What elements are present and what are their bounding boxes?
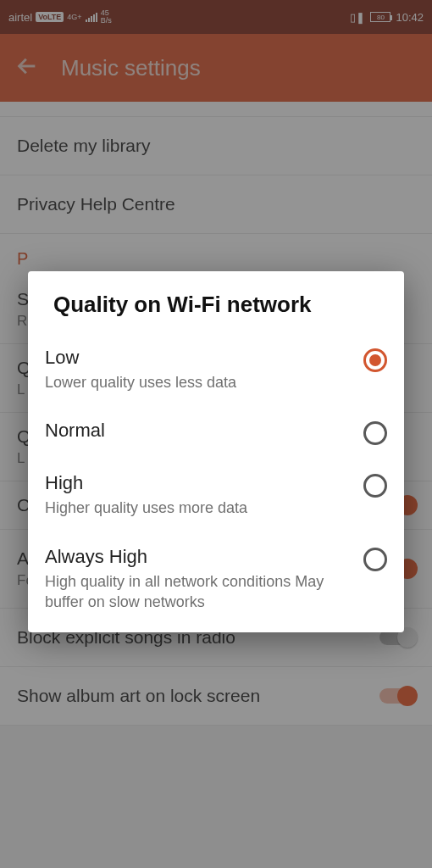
dialog-title: Quality on Wi-Fi network xyxy=(53,292,379,318)
option-label: High xyxy=(45,472,352,494)
option-sub: Higher quality uses more data xyxy=(45,498,352,518)
radio-icon[interactable] xyxy=(363,474,387,498)
option-low[interactable]: Low Lower quality uses less data xyxy=(45,337,387,409)
option-label: Always High xyxy=(45,546,352,568)
option-high[interactable]: High Higher quality uses more data xyxy=(45,462,387,535)
option-label: Normal xyxy=(45,420,352,442)
option-always-high[interactable]: Always High High quality in all network … xyxy=(45,536,387,618)
radio-icon[interactable] xyxy=(363,348,387,372)
option-sub: Lower quality uses less data xyxy=(45,372,352,392)
quality-dialog: Quality on Wi-Fi network Low Lower quali… xyxy=(28,271,404,632)
radio-icon[interactable] xyxy=(363,421,387,445)
radio-icon[interactable] xyxy=(363,548,387,571)
option-normal[interactable]: Normal xyxy=(45,409,387,462)
option-sub: High quality in all network conditions M… xyxy=(45,571,352,613)
option-label: Low xyxy=(45,347,352,369)
